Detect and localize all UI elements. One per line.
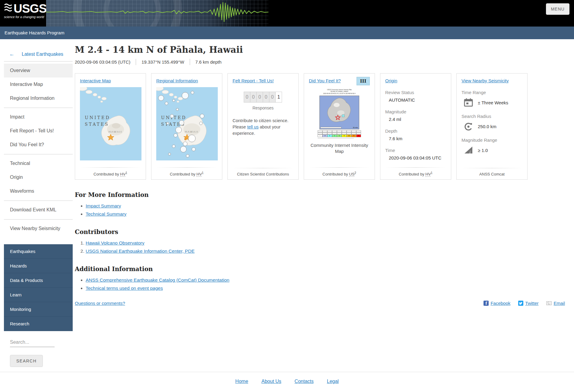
card-felt-report: Felt Report - Tell Us! 0 0 0 0 0 1 Respo… (227, 73, 299, 180)
sidebar-divider (4, 61, 73, 62)
origin-link[interactable]: Origin (385, 78, 397, 83)
footer-home-link[interactable]: Home (235, 379, 248, 384)
sidebar-divider (4, 154, 73, 154)
tell-us-link[interactable]: tell us (247, 125, 258, 129)
list-item: Technical terms used on event pages (86, 286, 567, 291)
sidebar-item-download-event-kml[interactable]: Download Event KML (4, 203, 73, 217)
search-button[interactable]: SEARCH (10, 355, 43, 367)
regional-information-link[interactable]: Regional Information (156, 78, 198, 83)
comcat-documentation-link[interactable]: ANSS Comprehensive Earthquake Catalog (C… (86, 277, 229, 283)
contributors-list: Hawaii Volcano Observatory USGS National… (86, 240, 567, 254)
agency-abbr[interactable]: US (349, 172, 354, 177)
did-you-feel-it-link[interactable]: Did You Feel It? (309, 78, 341, 83)
sidebar-item-data-products[interactable]: Data & Products (4, 273, 73, 288)
site-header: USGS science for a changing world MENU (0, 0, 574, 27)
sidebar-item-did-you-feel-it[interactable]: Did You Feel It? (4, 138, 73, 152)
sidebar-item-impact[interactable]: Impact (4, 110, 73, 124)
technical-terms-link[interactable]: Technical terms used on event pages (86, 286, 163, 291)
email-share[interactable]: Email (546, 301, 565, 306)
magnitude-value: 2.4 ml (389, 117, 446, 122)
usgs-logo[interactable]: USGS science for a changing world (4, 2, 45, 23)
sidebar-item-earthquakes[interactable]: Earthquakes (4, 244, 73, 259)
card-regional-information: Regional Information UNITED STATES HAWAI… (151, 73, 222, 180)
usgs-waves-icon (4, 2, 12, 14)
sidebar-item-waveforms[interactable]: Waveforms (4, 184, 73, 198)
sidebar-item-origin[interactable]: Origin (4, 170, 73, 184)
time-value: 2020-09-06 03:04:05 UTC (389, 155, 446, 160)
card-footer: Contributed by HV1 (156, 167, 217, 176)
section-heading-contributors: Contributors (75, 228, 567, 236)
card-view-nearby-seismicity: View Nearby Seismicity Time Range ± Thre… (456, 73, 528, 180)
card-footer: Contributed by HV1 (80, 167, 141, 176)
map-label-states: STATES (85, 122, 109, 127)
back-to-latest-earthquakes-link[interactable]: ← Latest Earthquakes (4, 50, 73, 59)
main-content: M 2.4 - 14 km N of Pāhala, Hawaii 2020-0… (75, 45, 567, 306)
impact-summary-link[interactable]: Impact Summary (86, 203, 121, 208)
sidebar-item-overview[interactable]: Overview (4, 64, 73, 77)
sidebar-item-monitoring[interactable]: Monitoring (4, 302, 73, 317)
hawaii-volcano-observatory-link[interactable]: Hawaii Volcano Observatory (86, 240, 144, 245)
twitter-link[interactable]: Twitter (525, 301, 538, 306)
list-item: USGS National Earthquake Information Cen… (86, 248, 567, 254)
search-input[interactable] (10, 338, 55, 347)
agency-abbr[interactable]: HV (196, 172, 202, 177)
field-label: Review Status (385, 90, 446, 95)
email-link[interactable]: Email (553, 301, 565, 306)
dyfi-map-sea: 50 miles (319, 96, 359, 129)
sidebar-item-research[interactable]: Research (4, 317, 73, 331)
footer-contacts-link[interactable]: Contacts (295, 379, 314, 384)
sidebar-item-view-nearby-seismicity[interactable]: View Nearby Seismicity (4, 222, 73, 236)
email-icon (546, 301, 552, 305)
site-nav: Earthquakes Hazards Data & Products Lear… (4, 244, 73, 331)
list-item: Technical Summary (86, 211, 567, 217)
agency-abbr[interactable]: HV (425, 172, 431, 177)
map-label-united: UNITED (85, 115, 110, 120)
agency-abbr[interactable]: HV (120, 172, 125, 177)
twitter-icon (518, 301, 523, 306)
gauge-icon (464, 122, 473, 131)
interactive-map-link[interactable]: Interactive Map (80, 78, 111, 83)
search-radius-value: 250.0 km (478, 124, 496, 129)
sidebar-item-hazards[interactable]: Hazards (4, 259, 73, 273)
view-nearby-seismicity-link[interactable]: View Nearby Seismicity (461, 78, 509, 83)
social-share: f Facebook Twitter Email (484, 301, 565, 306)
sidebar: ← Latest Earthquakes Overview Interactiv… (4, 50, 73, 367)
dyfi-map-thumbnail[interactable]: USGS Community Internet Intensity Map IS… (316, 89, 363, 139)
list-item: ANSS Comprehensive Earthquake Catalog (C… (86, 277, 567, 283)
sidebar-divider (4, 201, 73, 201)
field-label: Magnitude Range (461, 138, 522, 143)
dyfi-intensity-legend: I II-III IV V VI VII VIII IX X+ (318, 130, 361, 137)
felt-report-link[interactable]: Felt Report - Tell Us! (233, 78, 274, 83)
field-label: Magnitude (385, 109, 446, 114)
event-meta: 2020-09-06 03:04:05 (UTC) 19.337°N 155.4… (75, 59, 567, 65)
usgs-neic-link[interactable]: USGS National Earthquake Information Cen… (86, 248, 195, 254)
sidebar-item-regional-information[interactable]: Regional Information (4, 91, 73, 105)
footer-legal-link[interactable]: Legal (327, 379, 339, 384)
dyfi-caption: Community Internet Intensity Map (309, 142, 370, 155)
dyfi-scale-label: 50 miles (353, 127, 358, 128)
questions-comments-link[interactable]: Questions or comments? (75, 301, 125, 306)
magnitude-icon (464, 146, 473, 155)
facebook-share[interactable]: f Facebook (484, 301, 510, 306)
sidebar-item-interactive-map[interactable]: Interactive Map (4, 77, 73, 91)
responses-label: Responses (233, 106, 293, 110)
menu-button[interactable]: MENU (546, 3, 569, 15)
counter-digit: 1 (275, 92, 282, 103)
twitter-share[interactable]: Twitter (518, 301, 538, 306)
sidebar-item-learn[interactable]: Learn (4, 288, 73, 302)
sidebar-item-technical[interactable]: Technical (4, 156, 73, 170)
facebook-link[interactable]: Facebook (490, 301, 510, 306)
counter-digit: 0 (269, 92, 276, 103)
field-label: Depth (385, 128, 446, 134)
regional-map-thumbnail[interactable]: UNITED STATES HAWAII (156, 87, 218, 160)
technical-summary-link[interactable]: Technical Summary (86, 211, 126, 217)
card-origin: Origin Review Status AUTOMATIC Magnitude… (380, 73, 451, 180)
review-status-value: AUTOMATIC (389, 97, 446, 103)
interactive-map-thumbnail[interactable]: UNITED STATES HAWAII (80, 87, 141, 160)
card-did-you-feel-it: Did You Feel It? III USGS Community Inte… (304, 73, 375, 180)
card-footer: Contributed by HV1 (385, 167, 446, 176)
footer-about-link[interactable]: About Us (262, 379, 281, 384)
usgs-tagline: science for a changing world (4, 15, 45, 19)
page-title: M 2.4 - 14 km N of Pāhala, Hawaii (75, 45, 567, 55)
sidebar-item-felt-report[interactable]: Felt Report - Tell Us! (4, 124, 73, 138)
